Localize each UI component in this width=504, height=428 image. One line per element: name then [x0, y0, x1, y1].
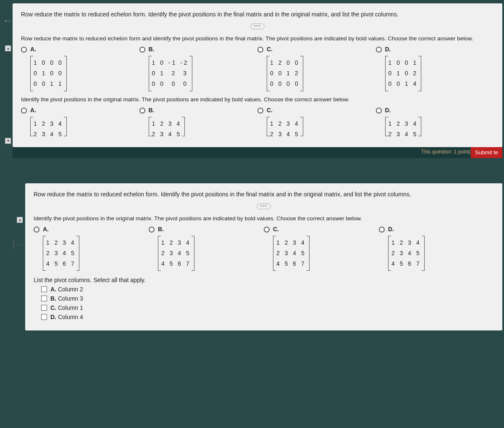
option-a2: A. 1 2 3 4 2 3 4 5	[21, 107, 139, 136]
matrix-b: 1 0 -1 -2 0 1 2 3 0 0 0 0	[149, 56, 192, 91]
option-label: A.	[43, 226, 79, 232]
radio-d2[interactable]	[376, 108, 382, 114]
option-b3: B. 1 2 3 4 2 3 4 5 4 5 6 7	[149, 226, 264, 271]
radio-b2[interactable]	[139, 108, 145, 114]
sub-question-2: Identify the pivot positions in the orig…	[21, 96, 494, 103]
option-b: B. 1 0 -1 -2 0 1 2 3 0 0 0 0	[139, 46, 258, 91]
option-label: A.	[30, 107, 67, 114]
matrix-b3: 1 2 3 4 2 3 4 5 4 5 6 7	[158, 236, 194, 271]
matrix-d2: 1 2 3 4 2 3 4 5	[385, 117, 422, 136]
option-c2: C. 1 2 3 4 2 3 4 5	[257, 107, 376, 136]
question-text: Row reduce the matrix to reduced echelon…	[21, 11, 494, 18]
option-label: D.	[385, 107, 422, 114]
ellipsis-icon[interactable]: •••	[250, 24, 265, 29]
option-d3: D. 1 2 3 4 2 3 4 5 4 5 6 7	[379, 226, 494, 271]
option-b2: B. 1 2 3 4 2 3 4 5	[139, 107, 258, 136]
check-label: D. Column 4	[50, 314, 83, 320]
options-row-1: A. 1 0 0 0 0 1 0 0 0 0 1 1 B. 1 0 -1 -2 …	[21, 46, 494, 91]
radio-b[interactable]	[139, 47, 145, 53]
option-a3: A. 1 2 3 4 2 3 4 5 4 5 6 7	[34, 226, 149, 271]
option-a: A. 1 0 0 0 0 1 0 0 0 0 1 1	[21, 46, 139, 91]
matrix-c3: 1 2 3 4 2 3 4 5 4 5 6 7	[273, 236, 310, 271]
matrix-c2: 1 2 3 4 2 3 4 5	[267, 117, 303, 136]
check-label: C. Column 1	[50, 304, 83, 311]
option-label: C.	[267, 46, 303, 53]
pivot-columns-question: List the pivot columns. Select all that …	[34, 277, 494, 283]
matrix-a: 1 0 0 0 0 1 0 0 0 0 1 1	[30, 56, 67, 91]
submit-button[interactable]: Submit te	[471, 147, 502, 158]
matrix-b2: 1 2 3 4 2 3 4 5	[149, 117, 185, 136]
sub-question-1: Row reduce the matrix to reduced echelon…	[21, 35, 494, 42]
check-row-b: B. Column 3	[41, 295, 494, 302]
question-text-2: Row reduce the matrix to reduced echelon…	[34, 191, 494, 198]
check-row-a: A. Column 2	[41, 286, 494, 293]
matrix-a2: 1 2 3 4 2 3 4 5	[30, 117, 67, 136]
option-label: A.	[30, 46, 67, 53]
option-label: B.	[158, 226, 194, 232]
ellipsis-icon-2[interactable]: •••	[257, 203, 271, 209]
radio-a[interactable]	[21, 47, 27, 53]
option-label: B.	[149, 107, 185, 114]
question-panel-top: ▴ ▾ Row reduce the matrix to reduced ech…	[13, 3, 502, 147]
option-c3: C. 1 2 3 4 2 3 4 5 4 5 6 7	[264, 226, 379, 271]
check-row-c: C. Column 1	[41, 304, 494, 311]
option-label: C.	[267, 107, 303, 114]
check-row-d: D. Column 4	[41, 314, 494, 320]
radio-a2[interactable]	[21, 108, 27, 114]
matrix-a3: 1 2 3 4 2 3 4 5 4 5 6 7	[43, 236, 79, 271]
option-label: D.	[385, 46, 422, 53]
radio-d3[interactable]	[379, 227, 385, 232]
check-label: B. Column 3	[50, 295, 83, 302]
scroll-down-icon[interactable]: ▾	[5, 138, 11, 144]
options-row-3: A. 1 2 3 4 2 3 4 5 4 5 6 7 B. 1 2 3 4 2 …	[34, 226, 494, 271]
option-label: B.	[149, 46, 192, 53]
status-strip: This question: 1 point(s) possible Submi…	[13, 147, 502, 158]
option-label: C.	[273, 226, 310, 232]
matrix-c: 1 2 0 0 0 0 1 2 0 0 0 0	[267, 56, 303, 91]
checkbox-a[interactable]	[41, 286, 47, 292]
question-panel-bottom: ▴ Row reduce the matrix to reduced echel…	[25, 183, 502, 331]
scroll-up-icon[interactable]: ▴	[5, 45, 11, 51]
option-d2: D. 1 2 3 4 2 3 4 5	[376, 107, 494, 136]
option-d: D. 1 0 0 1 0 1 0 2 0 0 1 4	[376, 46, 494, 91]
matrix-d3: 1 2 3 4 2 3 4 5 4 5 6 7	[388, 236, 425, 271]
radio-a3[interactable]	[34, 227, 39, 232]
checkbox-d[interactable]	[41, 314, 47, 320]
scroll-up-icon-2[interactable]: ▴	[17, 217, 23, 223]
back-arrow-icon[interactable]: ←	[3, 15, 13, 26]
radio-d[interactable]	[376, 47, 382, 53]
radio-c2[interactable]	[257, 108, 263, 114]
radio-c3[interactable]	[264, 227, 270, 232]
check-label: A. Column 2	[50, 286, 83, 293]
options-row-2: A. 1 2 3 4 2 3 4 5 B. 1 2 3 4 2 3 4 5 C.	[21, 107, 494, 136]
checkbox-c[interactable]	[41, 305, 47, 311]
sub-question-3: Identify the pivot positions in the orig…	[34, 215, 494, 222]
radio-c[interactable]	[257, 47, 263, 53]
matrix-d: 1 0 0 1 0 1 0 2 0 0 1 4	[385, 56, 422, 91]
option-c: C. 1 2 0 0 0 0 1 2 0 0 0 0	[257, 46, 376, 91]
radio-b3[interactable]	[149, 227, 155, 232]
collapse-arrow-icon[interactable]: |←	[13, 240, 24, 249]
option-label: D.	[388, 226, 425, 232]
checkbox-b[interactable]	[41, 296, 47, 301]
